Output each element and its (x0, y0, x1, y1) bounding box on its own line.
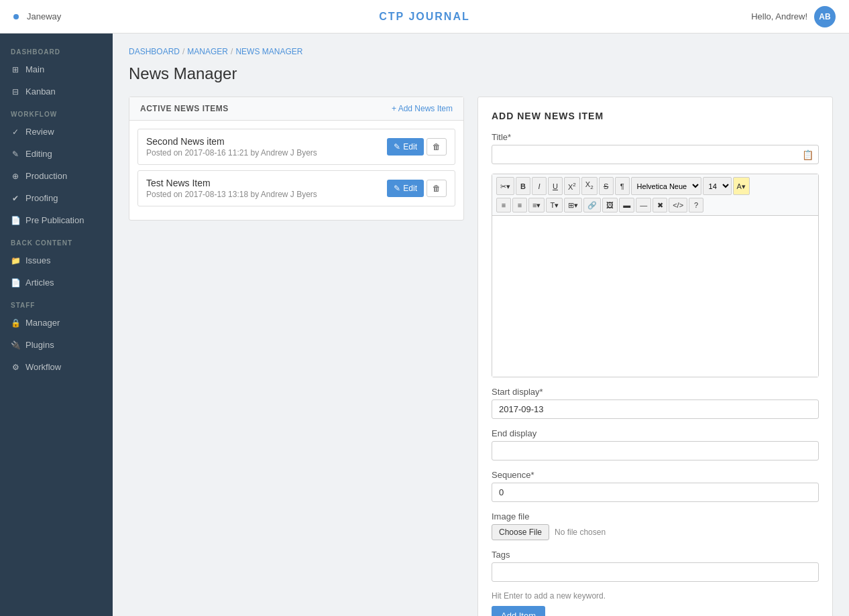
rte-btn-table[interactable]: ⊞▾ (564, 198, 582, 212)
sidebar-label-articles: Articles (25, 278, 54, 288)
start-display-input[interactable] (492, 399, 819, 419)
rte-btn-link[interactable]: 🔗 (583, 198, 601, 212)
rte-font-select[interactable]: Helvetica Neue (631, 177, 701, 195)
rte-btn-bold[interactable]: B (516, 177, 530, 195)
rte-btn-hr[interactable]: — (636, 198, 651, 212)
form-group-content: ✂▾ B I U X2 X2 S ¶ Helvetica Neue (492, 174, 819, 377)
breadcrumb-manager[interactable]: MANAGER (187, 47, 228, 56)
tags-input[interactable] (492, 562, 819, 582)
image-file-label: Image file (492, 511, 819, 521)
rte-btn-subscript[interactable]: X2 (581, 177, 598, 195)
delete-icon-0: 🗑 (433, 142, 441, 151)
rte-btn-underline[interactable]: U (548, 177, 563, 195)
title-input-wrapper: 📋 (492, 145, 819, 164)
sidebar-item-proofing[interactable]: ✔ Proofing (0, 187, 113, 209)
sidebar-item-editing[interactable]: ✎ Editing (0, 143, 113, 165)
rte-btn-image[interactable]: 🖼 (602, 198, 618, 212)
rte-btn-align[interactable]: ≡▾ (528, 198, 545, 212)
main-content: DASHBOARD / MANAGER / NEWS MANAGER News … (113, 34, 849, 616)
sidebar-label-review: Review (25, 127, 54, 137)
sidebar-section-dashboard: DASHBOARD (0, 40, 113, 58)
rte-btn-ul[interactable]: ≡ (496, 198, 511, 212)
rte-toolbar: ✂▾ B I U X2 X2 S ¶ Helvetica Neue (492, 174, 818, 216)
rte-btn-text[interactable]: T▾ (546, 198, 563, 212)
edit-icon-1: ✎ (394, 184, 400, 193)
sidebar-item-review[interactable]: ✓ Review (0, 121, 113, 143)
workflow-icon: ⚙ (11, 363, 20, 372)
rte-toolbar-row1: ✂▾ B I U X2 X2 S ¶ Helvetica Neue (496, 177, 814, 195)
sequence-label: Sequence* (492, 470, 819, 480)
news-list-card: ACTIVE NEWS ITEMS + Add News Item Second… (129, 97, 464, 221)
rich-text-editor[interactable]: ✂▾ B I U X2 X2 S ¶ Helvetica Neue (492, 174, 819, 377)
sidebar-item-main[interactable]: ⊞ Main (0, 58, 113, 80)
news-list-label: ACTIVE NEWS ITEMS (140, 104, 229, 113)
sidebar-label-editing: Editing (25, 149, 52, 159)
rte-btn-superscript[interactable]: X2 (564, 177, 580, 195)
news-item-title: Second News item (146, 136, 317, 147)
main-icon: ⊞ (11, 65, 20, 74)
sequence-input[interactable] (492, 483, 819, 502)
production-icon: ⊕ (11, 172, 20, 181)
sidebar-item-plugins[interactable]: 🔌 Plugins (0, 334, 113, 356)
plugins-icon: 🔌 (11, 341, 20, 350)
rte-btn-ol[interactable]: ≡ (512, 198, 527, 212)
end-display-input[interactable] (492, 441, 819, 460)
edit-label-0: Edit (403, 142, 417, 151)
add-item-button[interactable]: Add Item (492, 606, 545, 616)
form-group-sequence: Sequence* (492, 470, 819, 502)
tags-label: Tags (492, 550, 819, 560)
delete-button-1[interactable]: 🗑 (427, 180, 447, 197)
add-form-panel: ADD NEW NEWS ITEM Title* 📋 (477, 97, 833, 616)
sidebar-item-production[interactable]: ⊕ Production (0, 165, 113, 187)
sidebar-label-main: Main (25, 64, 44, 74)
sidebar-item-prepublication[interactable]: 📄 Pre Publication (0, 209, 113, 231)
news-list-body: Second News item Posted on 2017-08-16 11… (129, 121, 463, 220)
edit-button-1[interactable]: ✎ Edit (387, 180, 424, 197)
form-group-end-display: End display (492, 428, 819, 460)
issues-icon: 📁 (11, 256, 20, 265)
file-row: Choose File No file chosen (492, 524, 819, 540)
title-input[interactable] (492, 145, 819, 164)
breadcrumb: DASHBOARD / MANAGER / NEWS MANAGER (129, 47, 833, 56)
rte-body[interactable] (492, 216, 818, 377)
rte-btn-media[interactable]: ▬ (619, 198, 634, 212)
rte-btn-color[interactable]: A▾ (733, 177, 750, 195)
form-panel-title: ADD NEW NEWS ITEM (492, 111, 819, 121)
sidebar-section-backcontent: BACK CONTENT (0, 231, 113, 249)
rte-size-select[interactable]: 14 (703, 177, 732, 195)
rte-btn-source[interactable]: </> (669, 198, 687, 212)
breadcrumb-news-manager[interactable]: NEWS MANAGER (235, 47, 302, 56)
articles-icon: 📄 (11, 278, 20, 288)
proofing-icon: ✔ (11, 194, 20, 203)
delete-button-0[interactable]: 🗑 (427, 138, 447, 156)
rte-btn-strikethrough[interactable]: S (599, 177, 614, 195)
no-file-status: No file chosen (555, 528, 606, 537)
sidebar-section-staff: STAFF (0, 294, 113, 312)
sidebar-item-workflow[interactable]: ⚙ Workflow (0, 356, 113, 378)
sidebar-label-workflow: Workflow (25, 362, 61, 372)
choose-file-button[interactable]: Choose File (492, 524, 549, 540)
rte-btn-help[interactable]: ? (689, 198, 703, 212)
site-title: CTP JOURNAL (379, 11, 470, 23)
breadcrumb-dashboard[interactable]: DASHBOARD (129, 47, 180, 56)
rte-btn-italic[interactable]: I (532, 177, 547, 195)
edit-button-0[interactable]: ✎ Edit (387, 138, 424, 156)
start-display-label: Start display* (492, 387, 819, 397)
rte-btn-paragraph[interactable]: ¶ (615, 177, 630, 195)
add-news-item-link[interactable]: + Add News Item (392, 104, 453, 113)
sidebar-item-manager[interactable]: 🔒 Manager (0, 312, 113, 334)
rte-btn-remove[interactable]: ✖ (653, 198, 667, 212)
sidebar-item-kanban[interactable]: ⊟ Kanban (0, 80, 113, 103)
topbar-right: Hello, Andrew! AB (751, 6, 836, 27)
sidebar-section-workflow: WORKFLOW (0, 103, 113, 121)
news-item-row: Second News item Posted on 2017-08-16 11… (137, 129, 455, 165)
sidebar-item-issues[interactable]: 📁 Issues (0, 249, 113, 271)
review-icon: ✓ (11, 127, 20, 137)
greeting-text: Hello, Andrew! (751, 11, 807, 21)
edit-label-1: Edit (403, 184, 417, 193)
sidebar-item-articles[interactable]: 📄 Articles (0, 271, 113, 294)
news-item-info: Test News Item Posted on 2017-08-13 13:1… (146, 178, 317, 199)
tags-hint: Hit Enter to add a new keyword. (492, 591, 819, 601)
rte-btn-style[interactable]: ✂▾ (496, 177, 514, 195)
avatar[interactable]: AB (814, 6, 836, 27)
